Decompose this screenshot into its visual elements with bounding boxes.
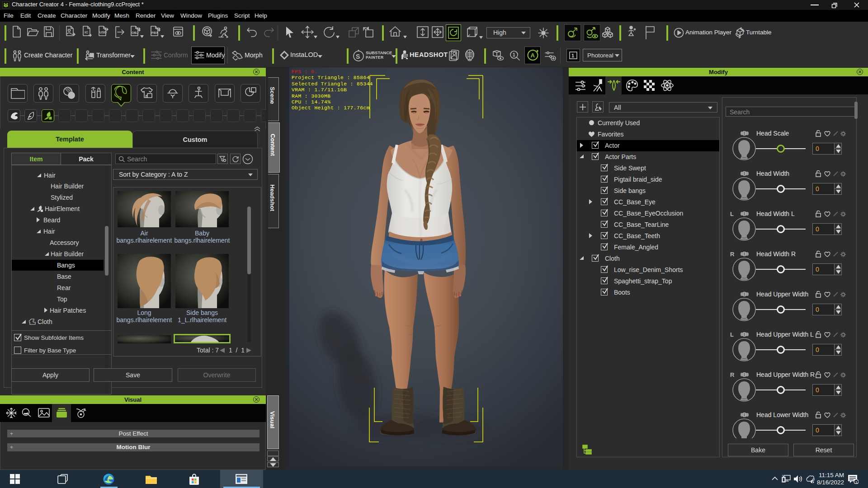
svg-text:A: A [531, 52, 535, 59]
svg-text:IC: IC [85, 30, 88, 34]
svg-text:S: S [356, 53, 360, 60]
svg-text:1: 1 [513, 52, 515, 57]
svg-text:1: 1 [571, 53, 574, 58]
svg-text:1: 1 [855, 480, 858, 484]
svg-text:USD: USD [99, 30, 107, 34]
svg-text:OBJ: OBJ [132, 31, 138, 35]
svg-text:FBX: FBX [151, 31, 158, 35]
